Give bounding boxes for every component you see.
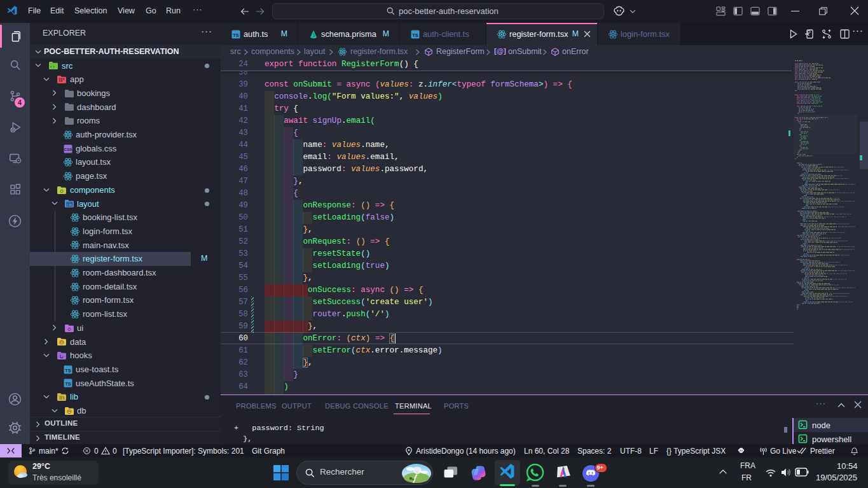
svg-text:TS: TS	[65, 367, 71, 373]
svg-text:TS: TS	[233, 32, 239, 38]
svg-text:TS: TS	[65, 381, 71, 387]
svg-text:CSS: CSS	[64, 148, 72, 151]
svg-text:TS: TS	[412, 32, 418, 38]
